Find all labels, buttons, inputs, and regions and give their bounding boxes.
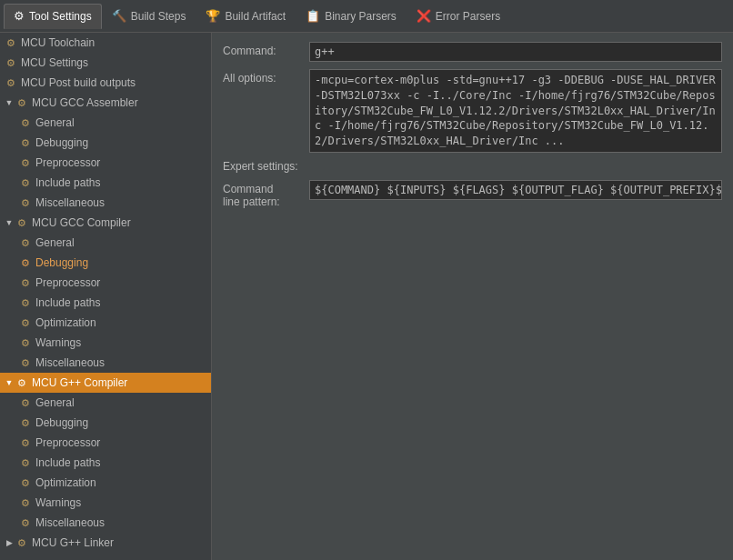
gear-icon: ⚙ bbox=[18, 515, 33, 530]
sidebar-label: General bbox=[35, 396, 75, 409]
sidebar-label: MCU G++ Compiler bbox=[32, 376, 127, 389]
sidebar-label: MCU Settings bbox=[21, 56, 88, 69]
sidebar-label: Miscellaneous bbox=[35, 196, 105, 209]
sidebar-item-gpp-debugging[interactable]: ⚙ Debugging bbox=[0, 413, 211, 433]
gear-icon: ⚙ bbox=[18, 175, 33, 190]
sidebar-item-mcu-post-build[interactable]: ⚙ MCU Post build outputs bbox=[0, 73, 211, 93]
sidebar-item-mcu-gcc-assembler[interactable]: ▼ ⚙ MCU GCC Assembler bbox=[0, 93, 211, 113]
error-parsers-icon: ❌ bbox=[417, 9, 431, 23]
gear-icon: ⚙ bbox=[18, 155, 33, 170]
sidebar-item-gpp-miscellaneous[interactable]: ⚙ Miscellaneous bbox=[0, 513, 211, 533]
sidebar-item-mcu-toolchain[interactable]: ⚙ MCU Toolchain bbox=[0, 33, 211, 53]
gear-icon: ⚙ bbox=[18, 275, 33, 290]
sidebar-item-gcc-debugging[interactable]: ⚙ Debugging bbox=[0, 253, 211, 273]
gear-icon: ⚙ bbox=[18, 135, 33, 150]
gear-icon: ⚙ bbox=[18, 395, 33, 410]
sidebar-item-asm-debugging[interactable]: ⚙ Debugging bbox=[0, 133, 211, 153]
tab-build-steps[interactable]: 🔨 Build Steps bbox=[102, 4, 196, 29]
sidebar-label: Preprocessor bbox=[35, 436, 100, 449]
all-options-label: All options: bbox=[223, 69, 309, 85]
sidebar-item-gcc-general[interactable]: ⚙ General bbox=[0, 233, 211, 253]
all-options-value[interactable]: -mcpu=cortex-m0plus -std=gnu++17 -g3 -DD… bbox=[309, 69, 722, 153]
sidebar-item-mcu-settings[interactable]: ⚙ MCU Settings bbox=[0, 53, 211, 73]
gear-icon: ⚙ bbox=[15, 535, 29, 550]
sidebar-label: Include paths bbox=[35, 456, 100, 469]
sidebar-item-mcu-gcc-compiler[interactable]: ▼ ⚙ MCU GCC Compiler bbox=[0, 213, 211, 233]
tab-tool-settings[interactable]: ⚙ Tool Settings bbox=[4, 4, 102, 29]
sidebar-item-asm-include-paths[interactable]: ⚙ Include paths bbox=[0, 173, 211, 193]
sidebar-label: Debugging bbox=[35, 416, 88, 429]
sidebar-label: MCU Post build outputs bbox=[21, 76, 136, 89]
build-artifact-icon: 🏆 bbox=[206, 9, 220, 23]
sidebar-label: Miscellaneous bbox=[35, 516, 105, 529]
gear-icon: ⚙ bbox=[4, 55, 18, 70]
sidebar-label: MCU GCC Assembler bbox=[32, 96, 138, 109]
sidebar-item-mcu-gpp-linker[interactable]: ▶ ⚙ MCU G++ Linker bbox=[0, 533, 211, 553]
sidebar-label: MCU G++ Linker bbox=[32, 536, 114, 549]
gear-icon: ⚙ bbox=[18, 315, 33, 330]
gear-icon: ⚙ bbox=[4, 75, 18, 90]
sidebar-item-asm-preprocessor[interactable]: ⚙ Preprocessor bbox=[0, 153, 211, 173]
sidebar-item-gcc-warnings[interactable]: ⚙ Warnings bbox=[0, 333, 211, 353]
sidebar-item-gcc-include-paths[interactable]: ⚙ Include paths bbox=[0, 293, 211, 313]
gear-icon: ⚙ bbox=[18, 455, 33, 470]
sidebar-label: Miscellaneous bbox=[35, 356, 105, 369]
gear-icon: ⚙ bbox=[18, 195, 33, 210]
sidebar-label: Include paths bbox=[35, 296, 100, 309]
sidebar-item-asm-general[interactable]: ⚙ General bbox=[0, 113, 211, 133]
sidebar-label: Debugging bbox=[35, 136, 88, 149]
sidebar-item-mcu-gpp-compiler[interactable]: ▼ ⚙ MCU G++ Compiler bbox=[0, 373, 211, 393]
sidebar-item-gcc-optimization[interactable]: ⚙ Optimization bbox=[0, 313, 211, 333]
tab-tool-settings-label: Tool Settings bbox=[29, 10, 92, 23]
command-line-pattern-label: Command line pattern: bbox=[223, 180, 309, 208]
gear-icon: ⚙ bbox=[18, 295, 33, 310]
tab-error-parsers[interactable]: ❌ Error Parsers bbox=[407, 4, 510, 29]
gear-icon: ⚙ bbox=[4, 35, 18, 50]
sidebar-item-gcc-miscellaneous[interactable]: ⚙ Miscellaneous bbox=[0, 353, 211, 373]
sidebar-label: General bbox=[35, 236, 75, 249]
command-row: Command: g++ bbox=[223, 42, 722, 62]
sidebar-label: Preprocessor bbox=[35, 156, 100, 169]
gear-icon: ⚙ bbox=[18, 495, 33, 510]
sidebar-tree: ⚙ MCU Toolchain ⚙ MCU Settings ⚙ MCU Pos… bbox=[0, 33, 212, 560]
command-value[interactable]: g++ bbox=[309, 42, 722, 62]
sidebar-label: Include paths bbox=[35, 176, 100, 189]
command-line-pattern-row: Command line pattern: ${COMMAND} ${INPUT… bbox=[223, 180, 722, 208]
sidebar-label: Optimization bbox=[35, 476, 96, 489]
tab-binary-parsers-label: Binary Parsers bbox=[325, 10, 397, 23]
tab-bar: ⚙ Tool Settings 🔨 Build Steps 🏆 Build Ar… bbox=[0, 0, 733, 33]
gear-icon: ⚙ bbox=[18, 115, 33, 130]
arrow-icon: ▶ bbox=[4, 535, 15, 550]
gear-icon: ⚙ bbox=[18, 335, 33, 350]
tool-settings-icon: ⚙ bbox=[14, 9, 25, 23]
sidebar-item-gcc-preprocessor[interactable]: ⚙ Preprocessor bbox=[0, 273, 211, 293]
tab-binary-parsers[interactable]: 📋 Binary Parsers bbox=[296, 4, 407, 29]
tab-build-artifact[interactable]: 🏆 Build Artifact bbox=[196, 4, 296, 29]
gear-icon: ⚙ bbox=[18, 435, 33, 450]
tab-build-artifact-label: Build Artifact bbox=[225, 10, 286, 23]
sidebar-item-asm-miscellaneous[interactable]: ⚙ Miscellaneous bbox=[0, 193, 211, 213]
tab-error-parsers-label: Error Parsers bbox=[436, 10, 500, 23]
sidebar-item-gpp-general[interactable]: ⚙ General bbox=[0, 393, 211, 413]
sidebar-label: Preprocessor bbox=[35, 276, 100, 289]
build-steps-icon: 🔨 bbox=[112, 9, 126, 23]
command-label: Command: bbox=[223, 42, 309, 57]
gear-icon: ⚙ bbox=[15, 95, 29, 110]
tab-build-steps-label: Build Steps bbox=[131, 10, 186, 23]
sidebar-item-gpp-optimization[interactable]: ⚙ Optimization bbox=[0, 473, 211, 493]
sidebar-item-gpp-warnings[interactable]: ⚙ Warnings bbox=[0, 493, 211, 513]
sidebar-item-gpp-preprocessor[interactable]: ⚙ Preprocessor bbox=[0, 433, 211, 453]
gear-icon: ⚙ bbox=[18, 235, 33, 250]
sidebar-label: Warnings bbox=[35, 496, 81, 509]
sidebar-label: Debugging bbox=[35, 256, 88, 269]
sidebar-item-gpp-include-paths[interactable]: ⚙ Include paths bbox=[0, 453, 211, 473]
sidebar-label: Optimization bbox=[35, 316, 96, 329]
right-panel: Command: g++ All options: -mcpu=cortex-m… bbox=[212, 33, 733, 560]
command-line-pattern-value[interactable]: ${COMMAND} ${INPUTS} ${FLAGS} ${OUTPUT_F… bbox=[309, 180, 722, 200]
arrow-icon: ▼ bbox=[4, 95, 15, 110]
main-layout: ⚙ MCU Toolchain ⚙ MCU Settings ⚙ MCU Pos… bbox=[0, 33, 733, 560]
gear-icon: ⚙ bbox=[18, 255, 33, 270]
sidebar-label: Warnings bbox=[35, 336, 81, 349]
gear-icon: ⚙ bbox=[15, 215, 29, 230]
gear-icon: ⚙ bbox=[18, 415, 33, 430]
